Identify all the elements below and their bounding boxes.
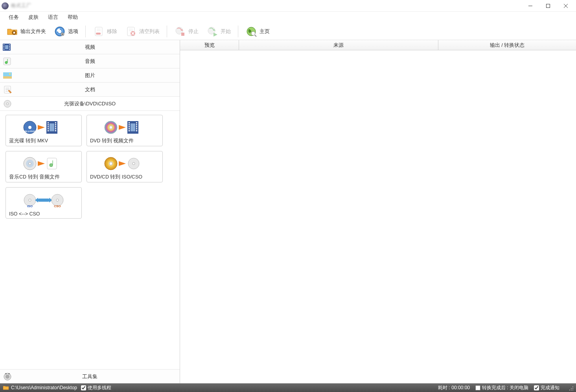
notify-input[interactable] [534,385,539,390]
close-button[interactable] [557,0,574,11]
tile-dvd-iso[interactable]: DVD/CD 转到 ISO/CSO [86,151,163,182]
list-header: 预览 来源 输出 / 转换状态 [180,40,576,50]
category-audio[interactable]: 音频 [0,54,180,68]
menu-language[interactable]: 语言 [43,12,63,23]
globe-icon [245,26,257,37]
category-video[interactable]: 视频 [0,40,180,54]
category-image-label: 图片 [0,72,180,79]
svg-rect-71 [129,126,130,127]
column-preview[interactable]: 预览 [180,40,239,50]
menu-help[interactable]: 帮助 [63,12,83,23]
tile-cd-audio[interactable]: 音乐CD 转到 音频文件 [6,151,82,182]
svg-text:BLU-RAY: BLU-RAY [25,130,35,133]
multithread-checkbox[interactable]: 使用多线程 [81,385,111,391]
svg-point-27 [251,31,255,35]
svg-rect-58 [48,130,49,131]
svg-rect-75 [136,124,137,125]
svg-rect-73 [129,130,130,131]
svg-point-9 [62,33,63,35]
svg-rect-56 [48,126,49,127]
svg-marker-67 [119,125,126,130]
gear-icon [54,26,66,37]
svg-rect-35 [9,46,10,47]
column-source[interactable]: 来源 [239,40,438,50]
svg-rect-78 [136,130,137,131]
image-icon [2,70,13,81]
titlebar: 格式工厂 [0,0,576,12]
shutdown-checkbox[interactable]: 转换完成后 : 关闭电脑 [475,385,528,391]
resize-grip[interactable] [567,385,574,391]
svg-rect-41 [3,76,12,79]
svg-rect-93 [38,199,49,202]
svg-rect-70 [129,124,130,125]
toolbar-separator [167,26,167,37]
category-image[interactable]: 图片 [0,68,180,83]
svg-rect-79 [131,123,135,131]
output-folder-button[interactable]: 输出文件夹 [3,24,49,39]
minimize-button[interactable] [521,0,539,11]
svg-rect-32 [4,48,4,48]
window-title: 格式工厂 [11,2,31,9]
svg-text:ISO: ISO [27,204,33,208]
remove-button[interactable]: 移除 [90,24,120,39]
column-output[interactable]: 输出 / 转换状态 [438,40,576,50]
notify-label: 完成通知 [541,385,559,391]
shutdown-label: 转换完成后 : 关闭电脑 [482,385,528,391]
output-folder-label: 输出文件夹 [20,28,46,35]
statusbar: C:\Users\Administrator\Desktop 使用多线程 耗时 … [0,383,576,392]
svg-rect-62 [55,128,56,129]
svg-point-108 [572,390,573,390]
folder-icon[interactable] [2,385,9,391]
svg-rect-5 [13,32,15,33]
start-label: 开始 [221,28,231,35]
options-button[interactable]: 选项 [51,24,81,39]
svg-rect-55 [48,124,49,125]
toolbar-separator [238,26,238,37]
tile-bluray-mkv[interactable]: BLU-RAY 蓝光碟 转到 MKV [6,115,82,146]
category-tools[interactable]: 工具集 [0,369,180,383]
menu-skin[interactable]: 皮肤 [24,12,43,23]
maximize-button[interactable] [539,0,557,11]
svg-point-107 [571,390,572,390]
tile-iso-cso[interactable]: ISO CSO ISO <--> CSO [6,187,82,219]
output-path[interactable]: C:\Users\Administrator\Desktop [11,385,77,390]
stop-button[interactable]: 停止 [171,24,202,39]
category-disc[interactable]: 光驱设备\DVD\CD\ISO [0,97,180,111]
tile-dvd-iso-label: DVD/CD 转到 ISO/CSO [90,173,159,180]
svg-marker-52 [38,125,45,130]
clear-list-label: 清空列表 [139,28,160,35]
video-icon [2,42,13,53]
clear-list-button[interactable]: 清空列表 [122,24,163,39]
toolbar: 输出文件夹 选项 移除 [0,23,576,40]
notify-checkbox[interactable]: 完成通知 [534,385,559,391]
toolbar-separator [85,26,86,37]
svg-rect-54 [48,122,49,123]
tile-dvd-video[interactable]: DVD 转到 视频文件 [86,115,163,146]
category-list: 视频 音频 图片 文档 [0,40,180,111]
svg-rect-102 [8,373,10,374]
category-document[interactable]: 文档 [0,83,180,97]
svg-rect-38 [5,45,8,49]
tile-cd-audio-icon [9,154,78,173]
play-icon [206,26,218,37]
stop-label: 停止 [188,28,199,35]
home-button[interactable]: 主页 [242,24,273,39]
svg-point-42 [9,73,11,75]
tile-cd-audio-label: 音乐CD 转到 音频文件 [9,173,78,180]
svg-point-48 [7,103,9,105]
svg-point-91 [29,199,31,201]
tile-bluray-mkv-icon: BLU-RAY [9,118,78,137]
tile-iso-cso-label: ISO <--> CSO [9,210,78,217]
svg-text:CSO: CSO [54,204,61,208]
menubar: 任务 皮肤 语言 帮助 [0,12,576,23]
tile-iso-cso-icon: ISO CSO [9,190,78,210]
start-button[interactable]: 开始 [203,24,234,39]
svg-rect-34 [9,44,10,45]
tile-dvd-video-label: DVD 转到 视频文件 [90,137,159,144]
home-label: 主页 [259,28,270,35]
menu-task[interactable]: 任务 [4,12,24,23]
multithread-input[interactable] [81,385,86,390]
svg-rect-37 [9,49,10,50]
right-panel: 预览 来源 输出 / 转换状态 [180,40,576,383]
shutdown-input[interactable] [475,385,480,390]
